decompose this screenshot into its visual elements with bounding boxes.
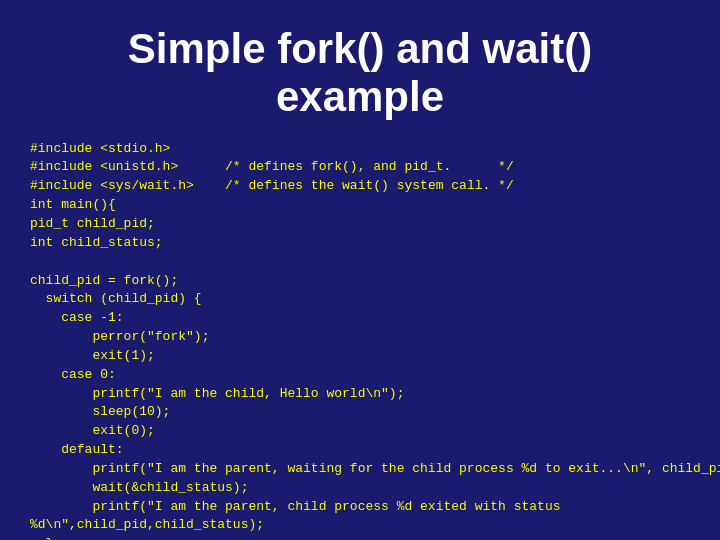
code-line-printf-parent2b: %d\n",child_pid,child_status); xyxy=(30,517,264,532)
code-line-include2: #include <unistd.h> /* defines fork(), a… xyxy=(30,159,514,174)
code-line-fork: child_pid = fork(); xyxy=(30,273,178,288)
code-line-exit1: exit(1); xyxy=(30,348,155,363)
code-line-include1: #include <stdio.h> xyxy=(30,141,170,156)
code-line-default: default: xyxy=(30,442,124,457)
code-line-case-neg1: case -1: xyxy=(30,310,124,325)
code-line-printf-child: printf("I am the child, Hello world\n"); xyxy=(30,386,404,401)
code-line-main: int main(){ xyxy=(30,197,116,212)
code-line-printf-parent1: printf("I am the parent, waiting for the… xyxy=(30,461,720,476)
slide-title: Simple fork() and wait() example xyxy=(30,20,690,122)
title-line1: Simple fork() and wait() xyxy=(128,25,592,72)
code-line-perror: perror("fork"); xyxy=(30,329,209,344)
title-line2: example xyxy=(276,73,444,120)
code-line-pid: pid_t child_pid; xyxy=(30,216,155,231)
code-block: #include <stdio.h> #include <unistd.h> /… xyxy=(30,140,690,540)
code-line-wait: wait(&child_status); xyxy=(30,480,248,495)
code-line-case0: case 0: xyxy=(30,367,116,382)
code-line-printf-parent2: printf("I am the parent, child process %… xyxy=(30,499,561,514)
code-line-exit0: exit(0); xyxy=(30,423,155,438)
code-line-sleep: sleep(10); xyxy=(30,404,170,419)
code-line-status: int child_status; xyxy=(30,235,163,250)
slide: Simple fork() and wait() example #includ… xyxy=(0,0,720,540)
code-line-close-switch: } xyxy=(30,536,53,540)
code-line-blank1 xyxy=(30,254,38,269)
code-line-switch: switch (child_pid) { xyxy=(30,291,202,306)
code-line-include3: #include <sys/wait.h> /* defines the wai… xyxy=(30,178,514,193)
